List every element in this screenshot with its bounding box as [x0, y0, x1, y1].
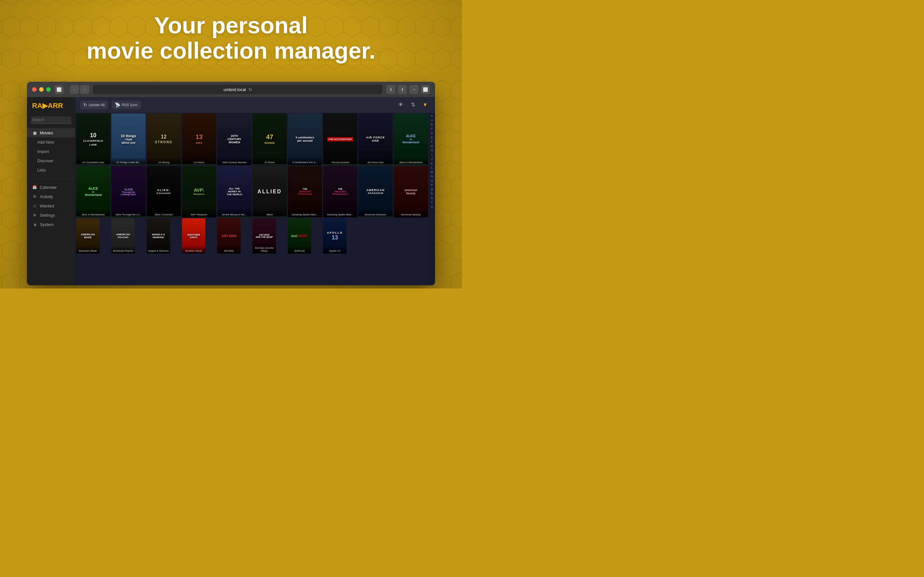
back-button[interactable]: ‹	[70, 85, 79, 94]
alpha-R[interactable]: R	[431, 192, 433, 196]
alpha-L[interactable]: L	[431, 166, 433, 170]
movie-card-alien-covenant[interactable]: ALIEN: Covenant Alien: Covenant	[147, 166, 181, 218]
sidebar-item-movies[interactable]: ▦ Movies	[27, 128, 75, 137]
update-all-label: Update All	[89, 103, 105, 107]
movie-card-airforceone[interactable]: AIR FORCE ONE Air Force One	[359, 113, 393, 165]
movie-card-12strong[interactable]: 12 STRONG 12 Strong	[147, 113, 181, 165]
movie-card-20thcentury[interactable]: 20TH CENTURY WOMEN 20th Century Women	[217, 113, 252, 165]
movie-card-spiderman1[interactable]: THE AMAZING SPIDER-MAN Amazing Spider-Ma…	[288, 166, 322, 218]
alpha-H[interactable]: H	[431, 148, 433, 153]
alpha-N[interactable]: N	[431, 174, 433, 179]
alpha-B[interactable]: B	[431, 122, 433, 127]
new-tab-icon[interactable]: ＋	[409, 85, 418, 94]
traffic-lights	[32, 87, 51, 92]
movie-card-american-beauty[interactable]: american beauty American Beauty	[394, 166, 428, 218]
movie-title-antman-wasp: Ant-Man and the Wasp	[252, 243, 276, 253]
movie-card-antman-wasp[interactable]: ANT-MAN AND THE WASP Ant-Man and the Was…	[252, 218, 276, 253]
rss-sync-label: RSS Sync	[121, 103, 137, 107]
address-bar[interactable]: umbrel.local ↻	[93, 85, 383, 94]
sidebar-item-add-new[interactable]: Add New	[27, 137, 75, 147]
movie-card-alice-glass[interactable]: ALICE Through the Looking Glass Alice Th…	[111, 166, 145, 218]
alpha-A[interactable]: A	[431, 118, 433, 123]
alpha-hash[interactable]: #	[431, 114, 433, 118]
tab-overview-icon[interactable]: ⬜	[421, 85, 430, 94]
movie-title-alice-glass: Alice Through the Lo...	[111, 210, 145, 218]
app-logo: RA▶ARR	[27, 97, 75, 114]
movie-card-placeholder1[interactable]	[359, 218, 382, 253]
alpha-I[interactable]: I	[431, 153, 433, 157]
alpha-O[interactable]: O	[431, 179, 433, 183]
logo-mark: RA▶ARR	[32, 102, 63, 110]
movie-card-angels[interactable]: ANGELS & DEMONS Angels & Demons	[147, 218, 170, 253]
alpha-M[interactable]: M	[431, 170, 433, 175]
maximize-button[interactable]	[46, 87, 51, 92]
movies-icon: ▦	[32, 131, 37, 135]
movie-card-alice-animated[interactable]: ALICE in Wonderland Alice in Wonderland	[76, 166, 110, 218]
sort-button[interactable]: ⇅	[408, 100, 418, 110]
movie-card-apollo13[interactable]: APOLLO 13 Apollo 13	[323, 218, 347, 253]
alpha-T[interactable]: T	[431, 200, 433, 205]
movie-title-allied: Allied	[252, 210, 287, 218]
sidebar-item-discover[interactable]: Discover	[27, 156, 75, 165]
download-icon[interactable]: ⬇	[386, 85, 395, 94]
sidebar: RA▶ARR ▦ Movies Add New Import	[27, 97, 75, 285]
movie-title-spiderman2: Amazing Spider-Man...	[323, 210, 357, 218]
alpha-D[interactable]: D	[431, 131, 433, 135]
system-icon: 🖥	[32, 223, 37, 227]
sidebar-divider	[27, 179, 75, 179]
movie-card-allied[interactable]: ALLIED Allied	[252, 166, 287, 218]
movie-card-allthemoney[interactable]: ALL THE MONEY IN THE WORLD All the Money…	[217, 166, 252, 218]
sidebar-item-system[interactable]: 🖥 System	[27, 220, 75, 229]
movie-card-accountant[interactable]: THE ACCOUNTANT The Accountant	[323, 113, 357, 165]
movie-title-alice-animated: Alice in Wonderland	[76, 210, 110, 218]
movie-card-cloverfield[interactable]: 10 CLOVERFIELD LANE 10 Cloverfield Lane	[76, 113, 110, 165]
movie-card-avp[interactable]: AVP: Requiem AvP: Requiem	[182, 166, 216, 218]
movie-card-another[interactable]: ANOTHER GANTZ Another Gantz	[182, 218, 205, 253]
movie-title-avp: AvP: Requiem	[182, 210, 216, 218]
reload-icon[interactable]: ↻	[249, 87, 252, 92]
alpha-Q[interactable]: Q	[431, 187, 433, 192]
alpha-C[interactable]: C	[431, 127, 433, 131]
update-all-button[interactable]: ↻ Update All	[80, 100, 108, 109]
share-icon[interactable]: ⬆	[398, 85, 407, 94]
view-toggle-button[interactable]: 👁	[396, 100, 405, 110]
alpha-E[interactable]: E	[431, 135, 433, 140]
sidebar-item-settings[interactable]: ⚙ Settings	[27, 211, 75, 220]
sidebar-item-calendar[interactable]: 📅 Calendar	[27, 183, 75, 192]
forward-button[interactable]: ›	[80, 85, 89, 94]
minimize-button[interactable]	[39, 87, 44, 92]
sidebar-toggle[interactable]: ⬜	[55, 85, 63, 94]
movie-card-10things[interactable]: 10 things i hate about you 10 Things I H…	[111, 113, 145, 165]
alpha-F[interactable]: F	[431, 140, 433, 144]
alpha-S[interactable]: S	[431, 196, 433, 201]
hero-section: Your personal movie collection manager.	[0, 13, 462, 63]
alpha-J[interactable]: J	[431, 157, 433, 161]
movie-card-antitrust[interactable]: AntiTRUST AntiTrust	[288, 218, 311, 253]
movie-card-alice[interactable]: ALICE in Wonderland Alice in Wonderland	[394, 113, 428, 165]
movie-card-spiderman2[interactable]: THE AMAZING SPIDER-MAN 2 Amazing Spider-…	[323, 166, 357, 218]
movie-card-5cm[interactable]: 5 centimeters per second 5 Centimeters P…	[288, 113, 322, 165]
movie-grid-container[interactable]: # A B C D E F G H I J K L M N O P	[75, 113, 435, 285]
browser-actions: ⬇ ⬆ ＋ ⬜	[386, 85, 430, 94]
alpha-U[interactable]: U	[431, 205, 433, 210]
movie-title-antman: Ant-Man	[217, 245, 241, 253]
movie-card-placeholder2[interactable]	[394, 218, 417, 253]
alpha-G[interactable]: G	[431, 144, 433, 149]
movie-card-american-assassin[interactable]: AMERICAN ASSASSIN American Assassin	[359, 166, 393, 218]
movie-card-47ronin[interactable]: 47 RONIN 47 Ronin	[252, 113, 287, 165]
search-input[interactable]	[31, 116, 71, 124]
sidebar-label-system: System	[40, 222, 53, 227]
sidebar-item-wanted[interactable]: ⚠ Wanted	[27, 201, 75, 211]
rss-sync-button[interactable]: 📡 RSS Sync	[111, 100, 141, 109]
alpha-P[interactable]: P	[431, 183, 433, 187]
sidebar-item-lists[interactable]: Lists	[27, 165, 75, 175]
movie-card-american-made[interactable]: AMERICAN MADE American Made	[76, 218, 99, 253]
alpha-K[interactable]: K	[431, 161, 433, 166]
sidebar-item-activity[interactable]: ⚙ Activity	[27, 192, 75, 201]
movie-card-antman[interactable]: ANT-MAN Ant-Man	[217, 218, 241, 253]
filter-button[interactable]: ▼	[420, 100, 430, 110]
movie-card-american-psycho[interactable]: AMERICAN PSYCHO American Psycho	[111, 218, 135, 253]
sidebar-item-import[interactable]: Import	[27, 147, 75, 156]
close-button[interactable]	[32, 87, 37, 92]
movie-card-13hrs[interactable]: 13 hrs 13 Hours	[182, 113, 216, 165]
